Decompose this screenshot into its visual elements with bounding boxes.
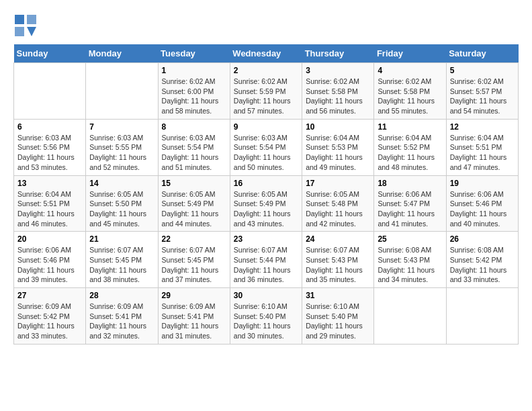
calendar-table: SundayMondayTuesdayWednesdayThursdayFrid… (13, 44, 519, 345)
calendar-week-3: 13Sunrise: 6:04 AM Sunset: 5:51 PM Dayli… (14, 175, 519, 232)
calendar-cell: 21Sunrise: 6:07 AM Sunset: 5:45 PM Dayli… (86, 232, 158, 288)
header-thursday: Thursday (302, 44, 374, 63)
day-info: Sunrise: 6:06 AM Sunset: 5:46 PM Dayligh… (17, 245, 82, 285)
day-number: 1 (162, 66, 226, 75)
calendar-cell: 5Sunrise: 6:02 AM Sunset: 5:57 PM Daylig… (446, 63, 518, 120)
day-info: Sunrise: 6:02 AM Sunset: 5:58 PM Dayligh… (306, 77, 370, 116)
calendar-week-1: 1Sunrise: 6:02 AM Sunset: 6:00 PM Daylig… (14, 63, 519, 120)
calendar-cell: 19Sunrise: 6:06 AM Sunset: 5:46 PM Dayli… (446, 175, 518, 232)
calendar-cell: 25Sunrise: 6:08 AM Sunset: 5:43 PM Dayli… (374, 232, 446, 288)
day-number: 10 (306, 122, 370, 132)
calendar-cell: 1Sunrise: 6:02 AM Sunset: 6:00 PM Daylig… (158, 63, 230, 120)
calendar-cell: 22Sunrise: 6:07 AM Sunset: 5:45 PM Dayli… (158, 232, 230, 288)
day-info: Sunrise: 6:03 AM Sunset: 5:54 PM Dayligh… (234, 133, 298, 173)
day-number: 21 (89, 234, 154, 244)
day-number: 4 (378, 66, 442, 75)
calendar-cell: 23Sunrise: 6:07 AM Sunset: 5:44 PM Dayli… (230, 232, 302, 288)
day-info: Sunrise: 6:03 AM Sunset: 5:55 PM Dayligh… (89, 133, 154, 173)
page-header (13, 13, 519, 38)
header-saturday: Saturday (446, 44, 518, 63)
header-sunday: Sunday (14, 44, 86, 63)
day-number: 30 (234, 291, 298, 300)
calendar-cell: 17Sunrise: 6:05 AM Sunset: 5:48 PM Dayli… (302, 175, 374, 232)
calendar-cell: 10Sunrise: 6:04 AM Sunset: 5:53 PM Dayli… (302, 119, 374, 175)
day-info: Sunrise: 6:09 AM Sunset: 5:41 PM Dayligh… (89, 302, 154, 341)
day-info: Sunrise: 6:04 AM Sunset: 5:52 PM Dayligh… (378, 133, 442, 173)
day-number: 18 (378, 179, 442, 188)
day-info: Sunrise: 6:10 AM Sunset: 5:40 PM Dayligh… (234, 302, 298, 341)
calendar-cell: 9Sunrise: 6:03 AM Sunset: 5:54 PM Daylig… (230, 119, 302, 175)
day-number: 6 (17, 122, 82, 132)
calendar-header-row: SundayMondayTuesdayWednesdayThursdayFrid… (14, 44, 519, 63)
day-number: 8 (162, 122, 226, 132)
day-number: 2 (234, 66, 298, 75)
calendar-cell (446, 288, 518, 345)
day-number: 22 (162, 234, 226, 244)
logo (13, 13, 38, 38)
day-info: Sunrise: 6:02 AM Sunset: 5:59 PM Dayligh… (234, 77, 298, 116)
day-number: 9 (234, 122, 298, 132)
day-info: Sunrise: 6:08 AM Sunset: 5:43 PM Dayligh… (378, 245, 442, 285)
logo-icon (13, 13, 38, 38)
day-number: 20 (17, 234, 82, 244)
calendar-cell: 18Sunrise: 6:06 AM Sunset: 5:47 PM Dayli… (374, 175, 446, 232)
day-number: 12 (450, 122, 515, 132)
day-info: Sunrise: 6:09 AM Sunset: 5:42 PM Dayligh… (17, 302, 82, 341)
day-info: Sunrise: 6:05 AM Sunset: 5:49 PM Dayligh… (234, 189, 298, 229)
calendar-cell: 31Sunrise: 6:10 AM Sunset: 5:40 PM Dayli… (302, 288, 374, 345)
header-wednesday: Wednesday (230, 44, 302, 63)
calendar-cell: 29Sunrise: 6:09 AM Sunset: 5:41 PM Dayli… (158, 288, 230, 345)
calendar-cell (374, 288, 446, 345)
calendar-cell: 15Sunrise: 6:05 AM Sunset: 5:49 PM Dayli… (158, 175, 230, 232)
calendar-cell: 8Sunrise: 6:03 AM Sunset: 5:54 PM Daylig… (158, 119, 230, 175)
day-number: 13 (17, 179, 82, 188)
day-info: Sunrise: 6:06 AM Sunset: 5:47 PM Dayligh… (378, 189, 442, 229)
calendar-cell: 27Sunrise: 6:09 AM Sunset: 5:42 PM Dayli… (14, 288, 86, 345)
day-info: Sunrise: 6:03 AM Sunset: 5:54 PM Dayligh… (162, 133, 226, 173)
calendar-week-5: 27Sunrise: 6:09 AM Sunset: 5:42 PM Dayli… (14, 288, 519, 345)
day-info: Sunrise: 6:02 AM Sunset: 6:00 PM Dayligh… (162, 77, 226, 116)
day-number: 26 (450, 234, 515, 244)
calendar-week-4: 20Sunrise: 6:06 AM Sunset: 5:46 PM Dayli… (14, 232, 519, 288)
calendar-cell: 26Sunrise: 6:08 AM Sunset: 5:42 PM Dayli… (446, 232, 518, 288)
calendar-cell: 24Sunrise: 6:07 AM Sunset: 5:43 PM Dayli… (302, 232, 374, 288)
day-number: 25 (378, 234, 442, 244)
calendar-cell: 13Sunrise: 6:04 AM Sunset: 5:51 PM Dayli… (14, 175, 86, 232)
day-info: Sunrise: 6:09 AM Sunset: 5:41 PM Dayligh… (162, 302, 226, 341)
day-info: Sunrise: 6:02 AM Sunset: 5:58 PM Dayligh… (378, 77, 442, 116)
day-number: 28 (89, 291, 154, 300)
day-number: 11 (378, 122, 442, 132)
day-number: 17 (306, 179, 370, 188)
day-info: Sunrise: 6:08 AM Sunset: 5:42 PM Dayligh… (450, 245, 515, 285)
day-number: 29 (162, 291, 226, 300)
day-info: Sunrise: 6:05 AM Sunset: 5:49 PM Dayligh… (162, 189, 226, 229)
calendar-cell: 4Sunrise: 6:02 AM Sunset: 5:58 PM Daylig… (374, 63, 446, 120)
svg-rect-1 (27, 15, 36, 24)
calendar-cell (86, 63, 158, 120)
day-info: Sunrise: 6:07 AM Sunset: 5:43 PM Dayligh… (306, 245, 370, 285)
calendar-cell: 3Sunrise: 6:02 AM Sunset: 5:58 PM Daylig… (302, 63, 374, 120)
day-info: Sunrise: 6:05 AM Sunset: 5:48 PM Dayligh… (306, 189, 370, 229)
calendar-week-2: 6Sunrise: 6:03 AM Sunset: 5:56 PM Daylig… (14, 119, 519, 175)
day-number: 24 (306, 234, 370, 244)
day-info: Sunrise: 6:07 AM Sunset: 5:45 PM Dayligh… (89, 245, 154, 285)
calendar-cell: 7Sunrise: 6:03 AM Sunset: 5:55 PM Daylig… (86, 119, 158, 175)
day-number: 16 (234, 179, 298, 188)
day-number: 3 (306, 66, 370, 75)
calendar-cell: 2Sunrise: 6:02 AM Sunset: 5:59 PM Daylig… (230, 63, 302, 120)
calendar-cell: 16Sunrise: 6:05 AM Sunset: 5:49 PM Dayli… (230, 175, 302, 232)
day-info: Sunrise: 6:02 AM Sunset: 5:57 PM Dayligh… (450, 77, 515, 116)
day-number: 7 (89, 122, 154, 132)
day-number: 31 (306, 291, 370, 300)
svg-marker-3 (27, 27, 36, 36)
day-number: 15 (162, 179, 226, 188)
calendar-cell: 20Sunrise: 6:06 AM Sunset: 5:46 PM Dayli… (14, 232, 86, 288)
day-number: 19 (450, 179, 515, 188)
calendar-cell: 11Sunrise: 6:04 AM Sunset: 5:52 PM Dayli… (374, 119, 446, 175)
day-number: 14 (89, 179, 154, 188)
day-info: Sunrise: 6:05 AM Sunset: 5:50 PM Dayligh… (89, 189, 154, 229)
calendar-cell: 6Sunrise: 6:03 AM Sunset: 5:56 PM Daylig… (14, 119, 86, 175)
day-info: Sunrise: 6:07 AM Sunset: 5:44 PM Dayligh… (234, 245, 298, 285)
calendar-cell: 30Sunrise: 6:10 AM Sunset: 5:40 PM Dayli… (230, 288, 302, 345)
calendar-cell: 14Sunrise: 6:05 AM Sunset: 5:50 PM Dayli… (86, 175, 158, 232)
